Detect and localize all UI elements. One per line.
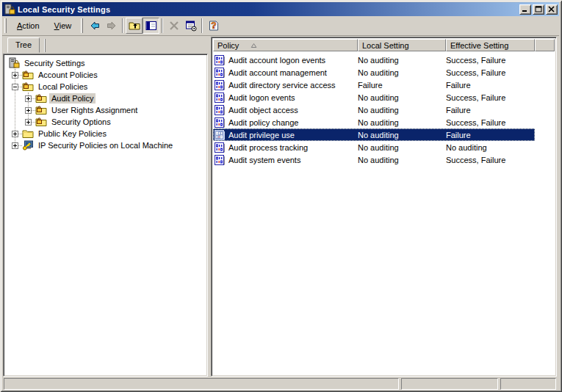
expand-plus-icon[interactable] bbox=[25, 107, 32, 114]
help-button[interactable]: ? bbox=[205, 18, 222, 34]
policy-list: Audit account logon events No auditing S… bbox=[213, 51, 555, 166]
status-bar bbox=[0, 378, 562, 390]
export-list-button[interactable] bbox=[182, 18, 199, 34]
ipsec-icon bbox=[22, 139, 34, 151]
tree-item-public-key-policies[interactable]: Public Key Policies bbox=[5, 128, 206, 139]
column-header-filler bbox=[535, 39, 555, 51]
results-list-pane: Policy Local Setting Effective Setting bbox=[211, 37, 557, 377]
tree-item-user-rights-assignment[interactable]: User Rights Assignment bbox=[5, 104, 206, 116]
delete-button-disabled bbox=[165, 18, 182, 34]
menu-toolbar: Action View bbox=[2, 16, 559, 36]
expand-plus-icon[interactable] bbox=[12, 131, 18, 137]
folder-lock-icon bbox=[35, 104, 47, 116]
list-row-audit-object-access[interactable]: Audit object access No auditing Failure bbox=[213, 104, 535, 116]
close-button[interactable] bbox=[546, 4, 558, 15]
expand-plus-icon[interactable] bbox=[25, 119, 32, 126]
toolbar-separator-3 bbox=[201, 18, 203, 33]
delete-x-icon bbox=[168, 20, 180, 32]
folder-lock-icon bbox=[35, 92, 47, 104]
status-pane-secondary bbox=[401, 378, 498, 390]
export-list-icon bbox=[185, 20, 197, 32]
list-row-audit-account-management[interactable]: Audit account management No auditing Suc… bbox=[213, 66, 535, 79]
maximize-button[interactable] bbox=[533, 4, 544, 15]
tree-item-audit-policy[interactable]: Audit Policy bbox=[5, 92, 206, 104]
show-hide-console-tree-button[interactable] bbox=[143, 18, 159, 34]
toolbar-grip-2[interactable] bbox=[81, 18, 83, 33]
list-row-audit-logon-events[interactable]: Audit logon events No auditing Success, … bbox=[213, 91, 535, 104]
tree-item-account-policies[interactable]: Account Policies bbox=[5, 69, 206, 81]
toolbar-separator bbox=[122, 18, 123, 33]
security-settings-app-icon bbox=[4, 4, 15, 15]
policy-icon bbox=[215, 104, 226, 116]
menu-view[interactable]: View bbox=[47, 19, 79, 33]
tab-tree[interactable]: Tree bbox=[7, 37, 40, 53]
console-tree-pane: Security Settings Account Policies bbox=[3, 54, 208, 377]
back-button[interactable] bbox=[86, 18, 103, 34]
svg-text:?: ? bbox=[211, 21, 216, 31]
tab-strip-edge bbox=[44, 39, 46, 52]
expand-plus-icon[interactable] bbox=[25, 95, 32, 102]
toolbar-separator-2 bbox=[162, 18, 163, 33]
policy-icon bbox=[215, 142, 226, 153]
policy-icon bbox=[215, 67, 226, 79]
up-one-level-button[interactable] bbox=[126, 18, 143, 34]
policy-icon bbox=[215, 117, 226, 128]
forward-button-disabled bbox=[103, 18, 120, 34]
selected-tree-item-label: Audit Policy bbox=[49, 93, 96, 104]
list-row-audit-system-events[interactable]: Audit system events No auditing Success,… bbox=[213, 153, 535, 166]
policy-icon bbox=[215, 92, 226, 104]
policy-icon bbox=[215, 79, 226, 91]
column-header-effective-setting[interactable]: Effective Setting bbox=[446, 39, 535, 51]
tree-item-security-options[interactable]: Security Options bbox=[5, 116, 206, 128]
minimize-button[interactable] bbox=[519, 4, 531, 15]
tree-item-local-policies[interactable]: Local Policies bbox=[5, 81, 206, 92]
policy-icon bbox=[215, 129, 226, 141]
list-row-audit-privilege-use-selected[interactable]: Audit privilege use No auditing Failure bbox=[213, 128, 535, 141]
expand-plus-icon[interactable] bbox=[12, 72, 18, 79]
security-settings-icon bbox=[8, 57, 20, 69]
status-pane-main bbox=[4, 378, 399, 390]
column-header-policy[interactable]: Policy bbox=[213, 39, 358, 51]
policy-icon bbox=[215, 54, 226, 66]
expand-plus-icon[interactable] bbox=[12, 142, 18, 149]
back-arrow-icon bbox=[89, 20, 101, 32]
tree-item-ip-security-policies[interactable]: IP Security Policies on Local Machine bbox=[5, 139, 206, 151]
local-security-settings-window: Local Security Settings Action View bbox=[0, 0, 562, 392]
sort-ascending-icon bbox=[251, 43, 257, 48]
menu-action[interactable]: Action bbox=[10, 19, 47, 33]
console-tree-icon bbox=[145, 20, 157, 32]
toolbar-grip[interactable] bbox=[4, 18, 7, 33]
up-folder-icon bbox=[129, 20, 140, 32]
list-row-audit-process-tracking[interactable]: Audit process tracking No auditing No au… bbox=[213, 141, 535, 153]
status-pane-tertiary bbox=[500, 378, 556, 390]
window-title: Local Security Settings bbox=[18, 5, 519, 14]
title-bar[interactable]: Local Security Settings bbox=[2, 2, 559, 16]
list-row-audit-directory-service-access[interactable]: Audit directory service access Failure F… bbox=[213, 79, 535, 91]
column-header-local-setting[interactable]: Local Setting bbox=[358, 39, 446, 51]
folder-icon bbox=[22, 128, 34, 139]
collapse-minus-icon[interactable] bbox=[12, 84, 18, 90]
folder-lock-icon bbox=[22, 81, 34, 92]
policy-icon bbox=[215, 154, 226, 166]
list-row-audit-policy-change[interactable]: Audit policy change No auditing Success,… bbox=[213, 116, 535, 128]
list-row-audit-account-logon-events[interactable]: Audit account logon events No auditing S… bbox=[213, 54, 535, 66]
list-header: Policy Local Setting Effective Setting bbox=[213, 39, 555, 51]
forward-arrow-icon bbox=[106, 20, 118, 32]
help-icon: ? bbox=[208, 20, 220, 32]
folder-lock-icon bbox=[35, 116, 47, 128]
tree-item-security-settings[interactable]: Security Settings bbox=[5, 57, 206, 69]
folder-lock-icon bbox=[22, 69, 34, 81]
